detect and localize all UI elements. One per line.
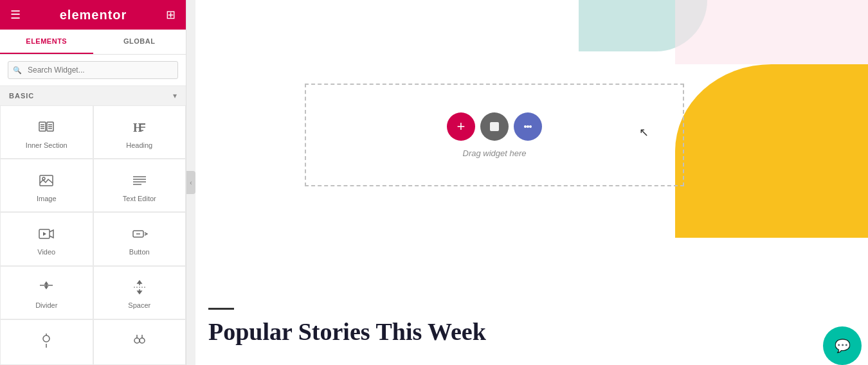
widget-image[interactable]: Image xyxy=(0,159,93,212)
widget-video-label: Video xyxy=(37,248,55,256)
divider-icon xyxy=(38,278,55,296)
svg-point-36 xyxy=(134,338,140,343)
sidebar-header: ☰ elementor ⊞ xyxy=(0,0,186,30)
hamburger-icon[interactable]: ☰ xyxy=(10,8,21,22)
search-input[interactable] xyxy=(8,61,178,79)
section-settings-button[interactable] xyxy=(480,112,509,141)
divider-decoration xyxy=(208,308,234,310)
button-icon xyxy=(131,225,148,243)
widget-9[interactable] xyxy=(0,319,93,365)
popular-stories-section: Popular Stories This Week xyxy=(195,308,868,346)
svg-rect-40 xyxy=(490,122,499,131)
widget-button-label: Button xyxy=(129,248,150,256)
inner-section-icon xyxy=(38,118,55,136)
search-wrapper xyxy=(8,61,178,79)
section-title: BASIC xyxy=(9,92,34,100)
svg-point-41 xyxy=(524,125,527,128)
widget-button[interactable]: Button xyxy=(93,212,186,265)
drag-widget-label: Drag widget here xyxy=(463,148,527,158)
search-container xyxy=(0,55,186,86)
grid-icon[interactable]: ⊞ xyxy=(166,8,176,22)
canvas-inner: + Drag widget here Popular xyxy=(195,0,868,365)
drop-zone[interactable]: + Drag widget here xyxy=(305,84,684,186)
svg-marker-27 xyxy=(45,287,48,289)
video-icon xyxy=(38,225,55,243)
widget10-icon xyxy=(131,332,148,350)
tab-elements[interactable]: ELEMENTS xyxy=(0,30,93,54)
canvas: + Drag widget here Popular xyxy=(195,0,868,365)
widget-heading[interactable]: H Heading xyxy=(93,105,186,159)
popular-stories-heading: Popular Stories This Week xyxy=(208,319,868,346)
svg-marker-26 xyxy=(45,282,48,284)
widget-video[interactable]: Video xyxy=(0,212,93,265)
drop-actions: + xyxy=(447,112,542,141)
svg-marker-30 xyxy=(138,281,141,283)
bg-yellow-shape xyxy=(675,64,868,238)
spacer-icon xyxy=(131,278,148,296)
widget-grid: Inner Section H Heading xyxy=(0,105,186,365)
widget-10[interactable] xyxy=(93,319,186,365)
svg-point-42 xyxy=(527,125,529,128)
widget-image-label: Image xyxy=(37,195,57,202)
widget-spacer[interactable]: Spacer xyxy=(93,266,186,319)
svg-point-43 xyxy=(529,125,532,128)
widget-divider[interactable]: Divider xyxy=(0,266,93,319)
text-editor-icon xyxy=(131,172,148,190)
svg-point-33 xyxy=(43,335,50,342)
elementor-logo: elementor xyxy=(60,8,127,22)
widget-divider-label: Divider xyxy=(35,301,57,309)
widget-text-editor[interactable]: Text Editor xyxy=(93,159,186,212)
widget-heading-label: Heading xyxy=(126,141,152,149)
chat-button[interactable]: 💬 xyxy=(823,326,862,365)
image-icon xyxy=(38,172,55,190)
tab-global[interactable]: GLOBAL xyxy=(93,30,186,54)
collapse-sidebar-handle[interactable]: ‹ xyxy=(186,171,195,194)
section-header[interactable]: BASIC ▾ xyxy=(0,86,186,105)
svg-marker-31 xyxy=(138,291,141,294)
bg-pink-shape xyxy=(675,0,868,64)
widget-text-editor-label: Text Editor xyxy=(123,195,156,202)
widget-options-button[interactable] xyxy=(514,112,542,141)
widget9-icon xyxy=(38,332,55,350)
svg-point-37 xyxy=(140,338,145,343)
svg-marker-20 xyxy=(43,232,46,236)
sidebar: ☰ elementor ⊞ ELEMENTS GLOBAL BASIC ▾ xyxy=(0,0,186,365)
heading-icon: H xyxy=(131,118,148,136)
chevron-down-icon: ▾ xyxy=(173,91,177,100)
widget-inner-section-label: Inner Section xyxy=(26,141,68,149)
widget-spacer-label: Spacer xyxy=(128,301,150,309)
add-widget-button[interactable]: + xyxy=(447,112,475,141)
sidebar-tabs: ELEMENTS GLOBAL xyxy=(0,30,186,55)
widget-inner-section[interactable]: Inner Section xyxy=(0,105,93,159)
